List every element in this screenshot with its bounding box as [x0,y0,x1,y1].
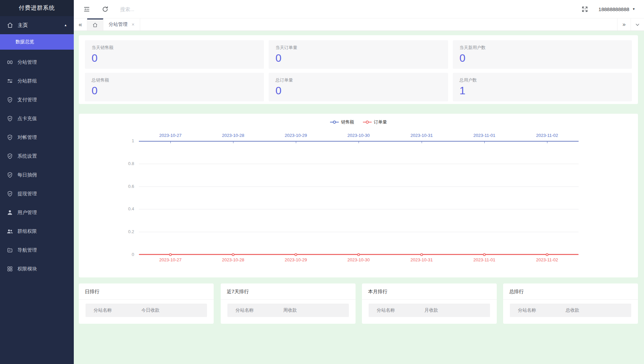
user-menu[interactable]: 18888888888 ▼ [598,6,635,12]
sidebar-item-withdrawal-manage[interactable]: 提现管理 [0,184,74,203]
sidebar-item-reconciliation[interactable]: 对帐管理 [0,128,74,147]
sidebar-item-group-permissions[interactable]: 群组权限 [0,222,74,241]
stat-today-orders: 当天订单量 0 [269,40,448,69]
sidebar-item-label: 提现管理 [17,191,37,197]
x-axis-label-bottom: 2023-11-02 [536,257,558,262]
axis-tick [484,142,485,143]
rank-col-name: 分站名称 [510,307,566,313]
x-axis-label-bottom: 2023-10-28 [222,257,245,262]
rank-table-header: 分站名称 总收款 [510,304,631,317]
sidebar-item-user-manage[interactable]: 用户管理 [0,203,74,222]
data-point [232,253,234,256]
fullscreen-icon[interactable] [581,6,588,13]
gridline [139,209,579,209]
data-point [420,253,423,256]
legend-item-sales[interactable]: 销售额 [330,119,354,125]
modules-icon [7,266,13,272]
data-point [169,253,172,256]
axis-tick [422,142,422,143]
tabs-menu-button[interactable] [631,18,644,31]
stat-label: 当天销售额 [92,45,257,51]
close-icon[interactable]: ✕ [131,22,135,27]
sidebar-item-payment-manage[interactable]: 支付管理 [0,90,74,109]
menu-fold-icon[interactable] [83,6,90,13]
tab-home[interactable] [87,18,103,31]
home-icon [7,22,13,29]
rank-table-header: 分站名称 周收款 [227,304,349,317]
x-axis-label-top: 2023-10-30 [347,133,370,138]
sidebar-item-subsite-groups[interactable]: 分站群组 [0,71,74,90]
gridline [139,232,579,232]
users-icon [7,228,13,235]
stat-label: 当天新用户数 [460,45,625,51]
legend-marker-blue [330,122,339,122]
sidebar-item-navigation-manage[interactable]: 导航管理 [0,241,74,259]
stat-total-users: 总用户数 1 [453,73,632,101]
rank-title: 日排行 [79,283,214,300]
sidebar-item-label: 导航管理 [17,247,37,253]
stat-label: 总用户数 [460,77,625,83]
sidebar-item-system-settings[interactable]: 系统设置 [0,147,74,165]
stat-total-sales: 总销售额 0 [85,73,264,101]
sidebar-item-home[interactable]: 主页 ▲ [0,16,74,34]
sliders-icon [7,78,13,84]
axis-tick [359,142,359,143]
stat-label: 总订单量 [275,77,441,83]
rank-title: 总排行 [503,283,638,300]
x-axis-label-top: 2023-10-27 [159,133,182,138]
stat-value: 0 [92,52,257,64]
rank-col-name: 分站名称 [227,307,283,313]
rank-table-header: 分站名称 月收款 [369,304,490,317]
data-point [294,253,297,256]
sidebar-item-permission-modules[interactable]: 权限模块 [0,259,74,278]
x-axis-label-bottom: 2023-10-27 [159,257,182,262]
y-tick-label: 0.2 [114,229,134,234]
tabs-scroll-left-button[interactable]: « [74,18,87,31]
sidebar-item-subsite-manage[interactable]: 分站管理 [0,53,74,71]
x-axis-label-top: 2023-10-31 [411,133,433,138]
caret-down-icon: ▼ [632,7,635,11]
x-axis-label-top: 2023-11-01 [473,133,495,138]
sidebar-item-card-recharge[interactable]: 点卡充值 [0,109,74,128]
sidebar-item-data-overview[interactable]: 数据总览 [0,34,74,50]
stat-label: 总销售额 [92,77,257,83]
rank-card-month: 本月排行 分站名称 月收款 [362,283,497,324]
data-point [546,253,548,256]
shield-check-icon [7,153,13,159]
y-tick-label: 0.6 [114,184,134,189]
axis-tick [170,142,171,143]
tabs-scroll-right-button[interactable]: » [617,18,631,31]
rank-col-amount: 周收款 [283,307,349,313]
legend-label: 销售额 [341,119,354,125]
sidebar-item-label: 分站群组 [17,78,37,84]
stat-label: 当天订单量 [275,45,441,51]
tabbar: « 分站管理 ✕ » [74,18,644,31]
shield-check-icon [7,191,13,197]
data-point [483,253,486,256]
y-tick-label: 1 [114,138,134,143]
stat-today-new-users: 当天新用户数 0 [453,40,632,69]
rank-col-name: 分站名称 [369,307,425,313]
legend-item-orders[interactable]: 订单量 [363,119,387,125]
sidebar-item-label: 权限模块 [17,266,37,272]
search-input[interactable] [120,6,221,12]
refresh-icon[interactable] [102,6,109,13]
y-tick-label: 0.4 [114,206,134,211]
legend-label: 订单量 [374,119,387,125]
sidebar-menu: 分站管理 分站群组 支付管理 点卡充值 对帐管理 系统设置 每日抽佣 提现管理 [0,50,74,278]
rank-title: 近7天排行 [221,283,356,300]
sidebar-item-daily-commission[interactable]: 每日抽佣 [0,165,74,184]
axis-tick [233,142,233,143]
x-axis-label-top: 2023-10-29 [285,133,307,138]
legend-marker-red [363,122,372,122]
sidebar-item-label: 用户管理 [17,209,37,216]
rank-table-header: 分站名称 今日收款 [86,304,207,317]
chart-legend: 销售额 订单量 [79,119,638,125]
sidebar-item-label: 支付管理 [17,97,37,103]
sidebar-item-label: 点卡充值 [17,115,37,122]
tab-subsite-manage[interactable]: 分站管理 ✕ [103,18,140,31]
sidebar: 付费进群系统 主页 ▲ 数据总览 分站管理 分站群组 支付管理 点卡充值 对帐管… [0,0,74,364]
rank-col-amount: 今日收款 [142,307,207,313]
stat-value: 1 [460,85,625,97]
app-title: 付费进群系统 [0,0,74,16]
